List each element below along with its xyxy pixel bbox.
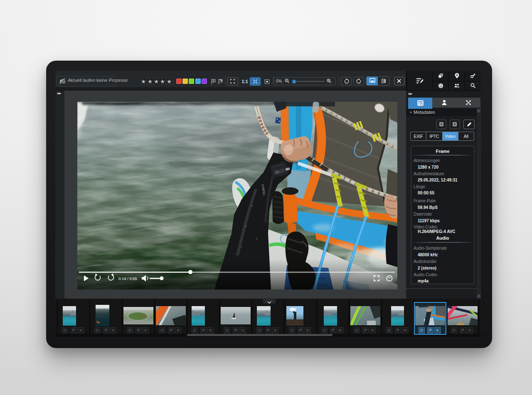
svg-text:0:19 / 0:55: 0:19 / 0:55 [118, 276, 137, 281]
